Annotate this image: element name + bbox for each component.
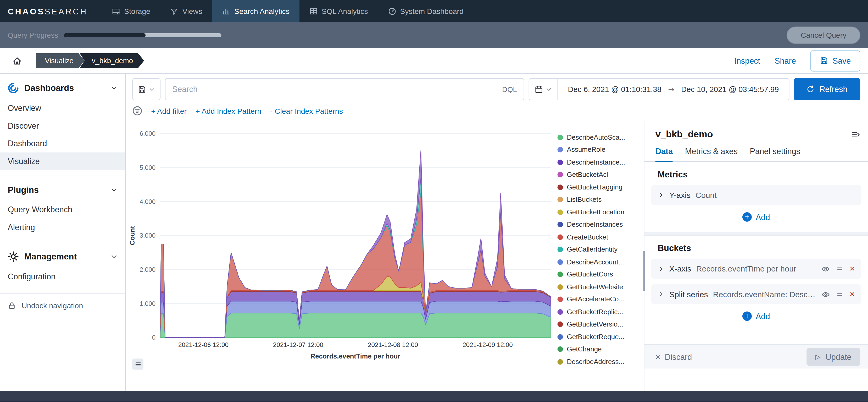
sidebar-item-alerting[interactable]: Alerting bbox=[0, 218, 125, 236]
stacked-area-chart: 01,0002,0003,0004,0005,0006,0002021-12-0… bbox=[126, 128, 561, 366]
sidebar-header-management[interactable]: Management bbox=[0, 245, 125, 268]
refresh-button[interactable]: Refresh bbox=[794, 78, 860, 100]
filter-row: + Add filter + Add Index Pattern - Clear… bbox=[126, 104, 868, 121]
legend-label: GetChange bbox=[567, 345, 602, 353]
clear-index-patterns-link[interactable]: - Clear Index Patterns bbox=[270, 107, 343, 115]
nav-item-storage[interactable]: Storage bbox=[102, 0, 160, 22]
breadcrumb-visualize[interactable]: Visualize bbox=[36, 53, 85, 68]
legend-item-describeinstances[interactable]: DescribeInstances bbox=[558, 220, 641, 230]
add-metric-button[interactable]: + Add bbox=[651, 205, 862, 227]
drag-handle-icon[interactable] bbox=[836, 290, 844, 298]
search-input[interactable]: Search DQL bbox=[165, 78, 524, 100]
vis-editor-panel: v_bkb_demo DataMetrics & axesPanel setti… bbox=[644, 121, 868, 391]
legend-dot bbox=[558, 184, 563, 190]
sidebar-item-query-workbench[interactable]: Query Workbench bbox=[0, 201, 125, 219]
visualization-chart[interactable]: 01,0002,0003,0004,0005,0006,0002021-12-0… bbox=[126, 128, 561, 366]
drag-handle-icon[interactable] bbox=[836, 265, 844, 273]
arrow-right-icon: → bbox=[668, 85, 674, 94]
legend-dot bbox=[558, 160, 563, 165]
collapse-panel-icon[interactable] bbox=[851, 130, 860, 139]
sidebar-item-configuration[interactable]: Configuration bbox=[0, 267, 125, 285]
tab-panel-settings[interactable]: Panel settings bbox=[750, 147, 801, 161]
add-bucket-button[interactable]: + Add bbox=[651, 304, 862, 326]
share-link[interactable]: Share bbox=[775, 56, 796, 65]
date-to[interactable]: Dec 10, 2021 @ 03:45:57.99 bbox=[681, 85, 779, 93]
tab-metrics-axes[interactable]: Metrics & axes bbox=[685, 147, 738, 161]
add-bucket-label: Add bbox=[756, 312, 770, 321]
sidebar-item-dashboard[interactable]: Dashboard bbox=[0, 135, 125, 152]
remove-bucket-icon[interactable]: × bbox=[849, 290, 855, 299]
legend-item-getbucketcors[interactable]: GetBucketCors bbox=[558, 270, 641, 279]
legend-label: DescribeInstances bbox=[567, 221, 623, 229]
legend-dot bbox=[558, 135, 563, 140]
undock-navigation[interactable]: Undock navigation bbox=[0, 293, 125, 318]
filter-icon[interactable] bbox=[132, 106, 142, 116]
nav-item-sql-analytics[interactable]: SQL Analytics bbox=[300, 0, 378, 22]
discard-button[interactable]: × Discard bbox=[655, 352, 692, 361]
update-label: Update bbox=[826, 352, 851, 361]
legend-dot bbox=[558, 147, 563, 152]
bucket-row-prefix: Split series bbox=[669, 290, 708, 299]
legend-item-listbuckets[interactable]: ListBuckets bbox=[558, 195, 641, 204]
legend-dot bbox=[558, 234, 563, 240]
toggle-visibility-icon[interactable] bbox=[822, 290, 830, 298]
sidebar-header-plugins[interactable]: Plugins bbox=[0, 178, 125, 201]
sidebar-header-dashboards[interactable]: Dashboards bbox=[0, 76, 125, 99]
metric-y-axis-row[interactable]: Y-axis Count bbox=[651, 185, 862, 205]
y-tick-label: 5,000 bbox=[140, 164, 155, 171]
legend-label: GetBucketVersio... bbox=[567, 320, 623, 328]
legend-item-getchange[interactable]: GetChange bbox=[558, 344, 641, 354]
toggle-visibility-icon[interactable] bbox=[822, 265, 830, 273]
legend-item-getbucketversio[interactable]: GetBucketVersio... bbox=[558, 319, 641, 329]
bucket-split-series-row[interactable]: Split series Records.eventName: Descen..… bbox=[651, 284, 862, 304]
metrics-section: Metrics Y-axis Count + Add bbox=[645, 162, 868, 230]
add-filter-link[interactable]: + Add filter bbox=[151, 107, 187, 115]
save-button[interactable]: Save bbox=[810, 50, 860, 71]
nav-item-views[interactable]: Views bbox=[160, 0, 212, 22]
legend-item-getbucketreplic[interactable]: GetBucketReplic... bbox=[558, 307, 641, 317]
legend-item-getcalleridentity[interactable]: GetCallerIdentity bbox=[558, 245, 641, 255]
breadcrumb: Visualize v_bkb_demo bbox=[36, 53, 144, 68]
sidebar-header-label: Plugins bbox=[8, 185, 39, 195]
legend-item-assumerole[interactable]: AssumeRole bbox=[558, 145, 641, 154]
legend-label: ListBuckets bbox=[567, 196, 602, 204]
add-index-pattern-link[interactable]: + Add Index Pattern bbox=[195, 107, 261, 115]
legend-item-describeautosca[interactable]: DescribeAutoSca... bbox=[558, 132, 641, 142]
legend-item-describeaccount[interactable]: DescribeAccount... bbox=[558, 257, 641, 267]
play-icon: ▷ bbox=[815, 353, 820, 361]
chaossearch-logo[interactable]: CHAOSSEARCH bbox=[0, 0, 102, 22]
update-button[interactable]: ▷ Update bbox=[806, 348, 860, 366]
legend-label: GetBucketCors bbox=[567, 271, 613, 279]
remove-bucket-icon[interactable]: × bbox=[849, 264, 855, 273]
query-language-label[interactable]: DQL bbox=[502, 85, 517, 93]
legend-item-getbuckettagging[interactable]: GetBucketTagging bbox=[558, 182, 641, 192]
tab-data[interactable]: Data bbox=[655, 147, 673, 162]
legend-item-getbucketacl[interactable]: GetBucketAcl bbox=[558, 170, 641, 179]
breadcrumb-vis-name[interactable]: v_bkb_demo bbox=[80, 53, 144, 68]
sidebar-item-discover[interactable]: Discover bbox=[0, 117, 125, 135]
chart-area: 01,0002,0003,0004,0005,0006,0002021-12-0… bbox=[126, 121, 644, 391]
date-picker-menu-button[interactable] bbox=[529, 79, 558, 99]
sidebar-item-visualize[interactable]: Visualize bbox=[0, 152, 125, 170]
nav-item-search-analytics[interactable]: Search Analytics bbox=[212, 0, 300, 22]
date-from[interactable]: Dec 6, 2021 @ 01:10:31.38 bbox=[568, 85, 661, 93]
inspect-link[interactable]: Inspect bbox=[734, 56, 760, 65]
legend-item-getbucketreque[interactable]: GetBucketReque... bbox=[558, 332, 641, 342]
bucket-x-axis-row[interactable]: X-axis Records.eventTime per hour × bbox=[651, 259, 862, 279]
nav-item-system-dashboard[interactable]: System Dashboard bbox=[378, 0, 473, 22]
legend-item-createbucket[interactable]: CreateBucket bbox=[558, 232, 641, 242]
legend-toggle-button[interactable] bbox=[132, 358, 143, 370]
legend-item-describeaddress[interactable]: DescribeAddress... bbox=[558, 357, 641, 367]
panel-resize-handle[interactable] bbox=[643, 251, 645, 291]
home-button[interactable] bbox=[8, 51, 27, 70]
legend-item-getaccelerateco[interactable]: GetAccelerateCo... bbox=[558, 294, 641, 304]
cancel-query-button[interactable]: Cancel Query bbox=[787, 27, 860, 44]
legend-item-getbucketwebsite[interactable]: GetBucketWebsite bbox=[558, 282, 641, 292]
sidebar-item-overview[interactable]: Overview bbox=[0, 99, 125, 117]
panel-header: v_bkb_demo bbox=[645, 121, 868, 140]
saved-query-menu-button[interactable] bbox=[132, 78, 160, 100]
buckets-heading: Buckets bbox=[657, 243, 855, 253]
visualization-workspace: 01,0002,0003,0004,0005,0006,0002021-12-0… bbox=[126, 121, 868, 391]
legend-item-describeinstance[interactable]: DescribeInstance... bbox=[558, 157, 641, 167]
legend-item-getbucketlocation[interactable]: GetBucketLocation bbox=[558, 207, 641, 217]
